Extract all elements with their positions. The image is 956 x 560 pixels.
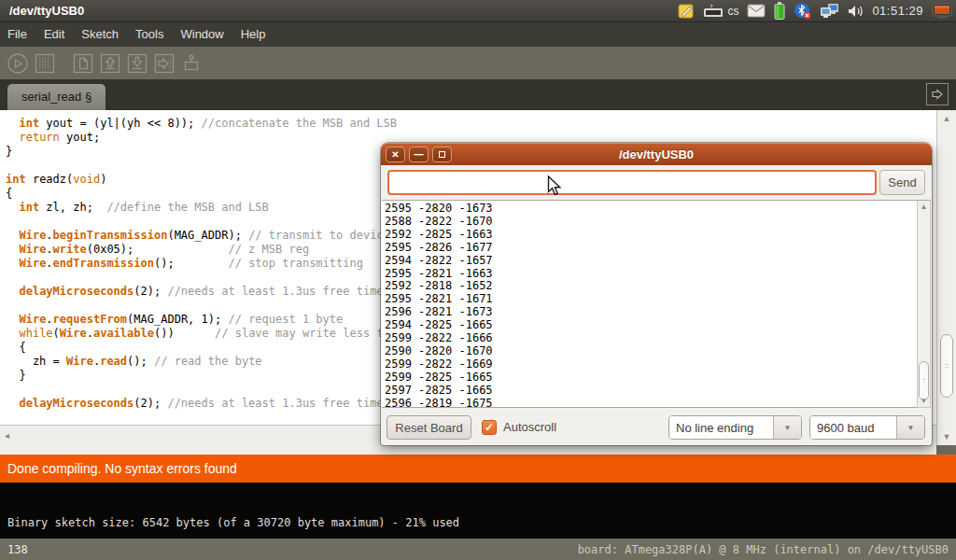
volume-icon[interactable] xyxy=(848,4,864,19)
editor-vscroll-thumb[interactable]: ∶∶ xyxy=(940,334,953,398)
mail-icon[interactable] xyxy=(747,4,766,18)
menu-window[interactable]: Window xyxy=(172,22,232,47)
chevron-down-icon[interactable]: ▼ xyxy=(896,416,924,439)
serial-scroll-up-icon[interactable]: ▲ xyxy=(918,203,930,211)
serial-monitor-window: /dev/ttyUSB0 ✕ — Send 2595 -2820 -167325… xyxy=(381,143,932,445)
menu-edit[interactable]: Edit xyxy=(35,22,73,47)
scroll-up-icon[interactable]: ▲ xyxy=(937,114,956,123)
menu-bar: File Edit Sketch Tools Window Help xyxy=(0,22,956,47)
baud-rate-value: 9600 baud xyxy=(810,416,896,439)
toolbar xyxy=(0,47,956,79)
compile-message: Done compiling. No syntax errors found xyxy=(7,461,237,476)
serial-input-field[interactable] xyxy=(387,170,877,195)
system-tray: cs 01:51:29 xyxy=(678,2,956,20)
board-info: board: ATmega328P(A) @ 8 MHz (internal) … xyxy=(578,543,956,556)
open-button[interactable] xyxy=(98,51,122,76)
menu-sketch[interactable]: Sketch xyxy=(73,22,127,47)
minimize-button[interactable]: — xyxy=(409,147,429,162)
menu-tools[interactable]: Tools xyxy=(127,22,172,47)
serial-monitor-button[interactable] xyxy=(179,51,204,76)
session-icon[interactable] xyxy=(932,3,952,20)
editor-vertical-scrollbar[interactable]: ▲ ∶∶ ▼ xyxy=(936,110,956,445)
new-sketch-button[interactable] xyxy=(71,51,95,76)
active-window-title: /dev/ttyUSB0 xyxy=(0,4,84,18)
serial-monitor-titlebar[interactable]: /dev/ttyUSB0 ✕ — xyxy=(381,143,932,165)
serial-output[interactable]: 2595 -2820 -16732588 -2822 -16702592 -28… xyxy=(382,200,917,408)
scroll-left-icon[interactable]: ◂ xyxy=(5,430,9,441)
send-button[interactable]: Send xyxy=(879,170,925,195)
keyboard-layout-label[interactable]: cs xyxy=(727,5,738,18)
autoscroll-checkbox[interactable]: ✓ xyxy=(482,420,497,435)
cursor-line-number: 138 xyxy=(0,543,28,556)
bluetooth-icon[interactable] xyxy=(794,2,811,20)
autoscroll-label: Autoscroll xyxy=(503,420,556,434)
keyboard-icon[interactable] xyxy=(703,4,724,19)
verify-button[interactable] xyxy=(6,51,30,76)
tab-bar: serial_read § xyxy=(0,79,956,110)
line-ending-dropdown[interactable]: No line ending ▼ xyxy=(668,415,802,440)
line-ending-value: No line ending xyxy=(669,416,773,439)
console-text: Binary sketch size: 6542 bytes (of a 307… xyxy=(7,516,459,529)
serial-scroll-down-icon[interactable]: ▼ xyxy=(918,397,930,405)
build-console: Binary sketch size: 6542 bytes (of a 307… xyxy=(0,483,956,539)
chevron-down-icon[interactable]: ▼ xyxy=(773,416,801,439)
menu-help[interactable]: Help xyxy=(232,22,274,47)
serial-monitor-title: /dev/ttyUSB0 xyxy=(381,147,932,161)
desktop-panel: /dev/ttyUSB0 cs 01:51:29 xyxy=(0,0,956,22)
serial-scrollbar[interactable]: ▲ ∶ ▼ xyxy=(917,200,931,408)
note-icon[interactable] xyxy=(678,3,695,20)
scroll-down-icon[interactable]: ▼ xyxy=(937,432,956,441)
baud-rate-dropdown[interactable]: 9600 baud ▼ xyxy=(809,415,925,440)
menu-file[interactable]: File xyxy=(0,22,35,47)
close-button[interactable]: ✕ xyxy=(386,147,405,162)
window-controls: ✕ — xyxy=(381,147,452,162)
stop-button[interactable] xyxy=(33,51,57,76)
battery-icon[interactable] xyxy=(774,2,785,20)
upload-button[interactable] xyxy=(152,51,176,76)
maximize-button[interactable] xyxy=(432,147,452,162)
compile-status-bar: Done compiling. No syntax errors found xyxy=(0,455,956,483)
serial-monitor-controls: Reset Board ✓ Autoscroll No line ending … xyxy=(381,410,932,445)
reset-board-button[interactable]: Reset Board xyxy=(387,415,471,440)
tab-serial-read[interactable]: serial_read § xyxy=(7,84,105,110)
save-button[interactable] xyxy=(125,51,149,76)
clock[interactable]: 01:51:29 xyxy=(872,4,923,18)
network-icon[interactable] xyxy=(820,2,839,20)
footer-status-bar: 138 board: ATmega328P(A) @ 8 MHz (intern… xyxy=(0,539,956,560)
serial-scroll-thumb[interactable]: ∶ xyxy=(919,361,929,400)
tab-menu-button[interactable] xyxy=(926,83,949,105)
